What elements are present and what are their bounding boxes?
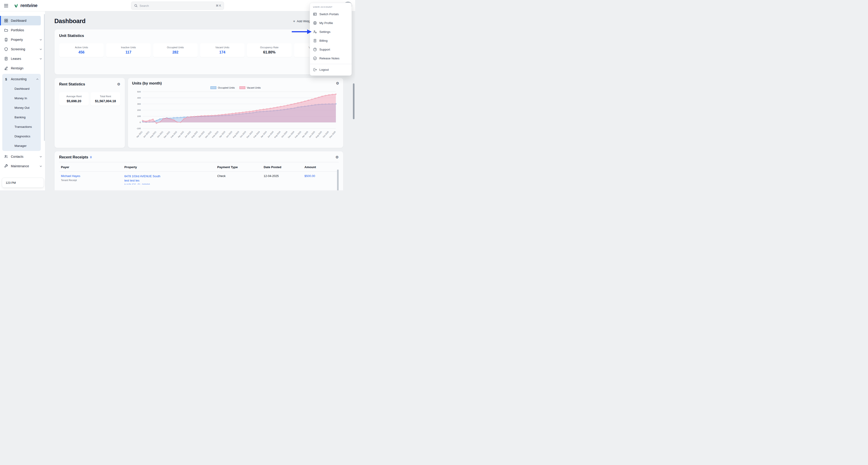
sidebar-subitem-money-in[interactable]: Money In — [2, 93, 41, 103]
release-notes-check-icon — [313, 56, 317, 60]
window-scrollbar[interactable] — [353, 83, 354, 119]
menu-item-my-profile[interactable]: My Profile — [310, 19, 351, 27]
sidebar-subitem-diagnostics[interactable]: Diagnostics — [2, 132, 41, 141]
svg-text:200: 200 — [137, 109, 141, 111]
my-profile-icon — [313, 21, 317, 25]
brand-logo[interactable]: rentvine — [13, 3, 37, 8]
stat-label: Active Units — [61, 46, 102, 49]
search-bar[interactable]: ⌘ K — [131, 2, 224, 10]
settings-user-gear-icon — [313, 30, 317, 34]
sidebar-item-accounting[interactable]: $ Accounting — [2, 74, 41, 84]
sidebar-item-property[interactable]: Property — [0, 35, 45, 45]
sidebar-item-portfolios[interactable]: Portfolios — [0, 25, 45, 35]
svg-text:0: 0 — [140, 121, 141, 123]
page-title: Dashboard — [54, 18, 85, 25]
sidebar-scrollbar[interactable] — [44, 14, 45, 141]
sidebar-item-label: Leases — [11, 57, 21, 60]
amount-link[interactable]: $500.00 — [304, 174, 315, 178]
menu-item-label: My Profile — [319, 21, 333, 25]
svg-text:Oct-2021: Oct-2021 — [157, 130, 164, 138]
menu-item-switch-portals[interactable]: Switch Portals — [310, 10, 351, 19]
svg-text:400: 400 — [137, 96, 141, 99]
user-account-menu: USER ACCOUNT Switch Portals My Profile — [310, 3, 352, 76]
wrench-icon — [4, 164, 8, 168]
building-icon — [4, 38, 8, 42]
menu-item-label: Billing — [319, 39, 328, 42]
svg-text:Jun-2022: Jun-2022 — [184, 130, 191, 138]
sidebar-item-label: Screening — [11, 47, 25, 51]
hamburger-menu-icon[interactable] — [2, 2, 10, 10]
svg-text:Jun-2024: Jun-2024 — [267, 130, 274, 138]
topbar: rentvine ⌘ K — [0, 0, 355, 11]
svg-text:100: 100 — [137, 115, 141, 117]
menu-item-settings[interactable]: Settings — [310, 27, 351, 36]
sidebar-item-screening[interactable]: Screening — [0, 45, 45, 54]
stat-value: $5,698.20 — [60, 99, 88, 103]
chevron-down-icon — [40, 166, 42, 167]
stat-total-rent: Total Rent $1,567,004.18 — [91, 92, 120, 106]
svg-text:Jun-2021: Jun-2021 — [143, 130, 150, 138]
sidebar-item-leases[interactable]: Leases — [0, 54, 45, 63]
search-icon — [134, 4, 138, 7]
svg-text:Feb-2025: Feb-2025 — [294, 130, 302, 138]
sidebar: Dashboard Portfolios Property Scr — [0, 11, 45, 191]
sidebar-subitem-accounting-dashboard[interactable]: Dashboard — [2, 84, 41, 93]
property-link-line3[interactable]: NAPLES, FL 39999 — [124, 183, 217, 184]
menu-item-support[interactable]: Support — [310, 45, 351, 54]
units-chart-title: Units (by month) — [132, 81, 162, 85]
subitem-label: Diagnostics — [14, 135, 30, 138]
sidebar-item-dashboard[interactable]: Dashboard — [0, 16, 41, 25]
menu-item-label: Settings — [319, 30, 331, 33]
menu-item-billing[interactable]: Billing — [310, 36, 351, 45]
sidebar-item-label: Rentsign — [11, 66, 23, 70]
svg-text:Aug-2023: Aug-2023 — [232, 130, 240, 139]
payer-link[interactable]: Michael Hayes — [61, 174, 80, 178]
chevron-down-icon — [40, 49, 42, 50]
units-by-month-card: Units (by month) ⚙ Occupied Units Vacant… — [128, 78, 343, 148]
sidebar-item-rentsign[interactable]: Rentsign — [0, 63, 45, 73]
property-link-line2[interactable]: test test tes — [124, 179, 217, 183]
sidebar-item-maintenance[interactable]: Maintenance — [0, 161, 45, 171]
sidebar-item-label: Dashboard — [11, 19, 27, 23]
property-link-line1[interactable]: 6478 103rd AVENUE South — [124, 174, 217, 179]
folder-icon — [4, 28, 8, 32]
subitem-label: Banking — [14, 116, 26, 119]
sidebar-footer-label: 123 PM — [6, 181, 16, 184]
rent-statistics-card: Rent Statistics ⚙ Average Rent $5,698.20… — [54, 78, 125, 148]
receipts-table-header: Payer Property Payment Type Date Posted … — [59, 162, 339, 172]
amount-cell: $500.00 — [304, 174, 337, 184]
sidebar-subitem-manager[interactable]: Manager — [2, 141, 41, 150]
search-shortcut: ⌘ K — [216, 4, 221, 7]
gear-icon[interactable]: ⚙ — [336, 155, 339, 159]
sidebar-subitem-banking[interactable]: Banking — [2, 112, 41, 122]
sidebar-subitem-money-out[interactable]: Money Out — [2, 103, 41, 112]
menu-item-release-notes[interactable]: Release Notes — [310, 54, 351, 63]
svg-text:Apr-2024: Apr-2024 — [260, 130, 267, 138]
subitem-label: Money In — [14, 96, 27, 100]
units-by-month-chart: -1000100200300400500Apr-2021Jun-2021Aug-… — [132, 89, 339, 142]
menu-item-label: Switch Portals — [319, 12, 339, 16]
gear-icon[interactable]: ⚙ — [336, 82, 339, 85]
stat-average-rent: Average Rent $5,698.20 — [59, 92, 89, 106]
legend-label: Occupied Units — [218, 86, 235, 89]
menu-item-logout[interactable]: Logout — [310, 65, 351, 74]
plus-icon: + — [293, 20, 295, 23]
stat-vacant-units: Vacant Units 174 — [200, 43, 245, 57]
logout-icon — [313, 68, 317, 71]
gear-icon[interactable]: ⚙ — [117, 83, 120, 86]
document-icon — [4, 57, 8, 61]
search-input[interactable] — [140, 4, 214, 7]
menu-item-label: Support — [319, 48, 330, 51]
sidebar-footer-card[interactable]: 123 PM — [2, 178, 44, 187]
stat-value: 282 — [155, 50, 196, 54]
sidebar-item-contacts[interactable]: Contacts — [0, 152, 45, 161]
sidebar-subitem-transactions[interactable]: Transactions — [2, 122, 41, 132]
pen-signature-icon — [4, 66, 8, 70]
svg-text:Jun-2025: Jun-2025 — [308, 130, 315, 138]
receipts-scrollbar[interactable] — [337, 170, 339, 191]
chevron-down-icon — [40, 156, 42, 157]
stat-label: Total Rent — [92, 95, 119, 98]
recent-receipts-title: Recent Receipts — [59, 155, 88, 159]
subitem-label: Money Out — [14, 106, 29, 110]
svg-text:Oct-2022: Oct-2022 — [198, 130, 205, 138]
